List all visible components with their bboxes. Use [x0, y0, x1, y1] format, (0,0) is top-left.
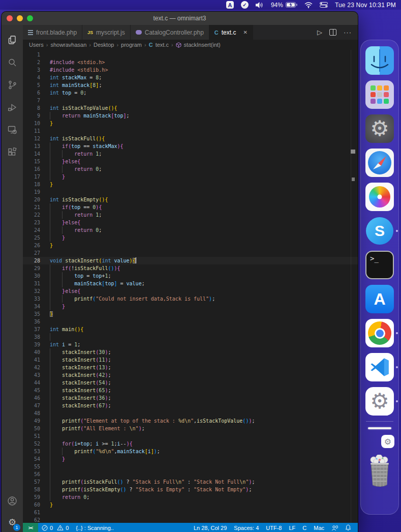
- code-line[interactable]: 33 printf("Could not insert data,Stack i…: [23, 295, 358, 303]
- code-line[interactable]: 10}: [23, 120, 358, 127]
- cursor-position[interactable]: Ln 28, Col 29: [190, 525, 230, 531]
- code-line[interactable]: 43 stackInsert(42);: [23, 371, 358, 379]
- code-line[interactable]: 45 stackInsert(65);: [23, 387, 358, 394]
- zoom-window-button[interactable]: [27, 15, 33, 21]
- remote-indicator[interactable]: ><: [23, 523, 38, 532]
- code-line[interactable]: 57 printf(isStackFull() ? "Stack is Full…: [23, 478, 358, 486]
- control-center-icon[interactable]: [320, 2, 328, 8]
- dock-icon-gear-utility[interactable]: ⚙: [365, 387, 394, 416]
- code-line[interactable]: 48: [23, 409, 358, 417]
- cpp-scanning-status[interactable]: {..} : Scanning..: [72, 525, 117, 531]
- dock-icon-app-store[interactable]: A: [365, 285, 394, 313]
- code-line[interactable]: 30 top = top+1;: [23, 272, 358, 280]
- code-line[interactable]: 50 printf("All Element : \n");: [23, 425, 358, 432]
- code-line[interactable]: 55: [23, 463, 358, 470]
- code-line[interactable]: 49 printf("Element at top of the stack :…: [23, 417, 358, 425]
- volume-icon[interactable]: [256, 2, 264, 8]
- code-line[interactable]: 52 for(i=top; i >= 1;i--){: [23, 440, 358, 448]
- code-line[interactable]: 59 return 0;: [23, 493, 358, 501]
- search-icon[interactable]: [2, 51, 23, 74]
- code-line[interactable]: 47 stackInsert(67);: [23, 402, 358, 409]
- code-line[interactable]: 23 }else{: [23, 219, 358, 226]
- extensions-icon[interactable]: [2, 141, 23, 163]
- code-line[interactable]: 58 printf(isStackEmpty() ? "Stack is Emp…: [23, 486, 358, 493]
- code-line[interactable]: 41 stackInsert(11);: [23, 356, 358, 364]
- code-line[interactable]: 60}: [23, 501, 358, 509]
- code-line[interactable]: 4int stackMax = 8;: [23, 74, 358, 81]
- problems-indicator[interactable]: 0 0: [38, 525, 72, 531]
- settings-gear-icon[interactable]: ⚙ 1: [2, 512, 23, 532]
- code-line[interactable]: 3#include <stdlib.h>: [23, 66, 358, 74]
- code-line[interactable]: 27: [23, 249, 358, 257]
- dock-icon-finder[interactable]: [365, 46, 394, 75]
- code-line[interactable]: 17 }: [23, 173, 358, 181]
- code-line[interactable]: 39int i = 1;: [23, 341, 358, 348]
- more-actions-icon[interactable]: ···: [344, 28, 352, 36]
- window-title-bar[interactable]: text.c — omnimart3: [2, 12, 358, 25]
- scrollbar[interactable]: [351, 50, 351, 523]
- code-line[interactable]: 14 return 1;: [23, 150, 358, 158]
- dock-icon-photos[interactable]: [365, 183, 394, 211]
- dock-minimized-gear-icon[interactable]: ⚙: [381, 435, 394, 448]
- breadcrumb-item[interactable]: program: [121, 42, 142, 48]
- code-line[interactable]: 22 return 1;: [23, 211, 358, 219]
- dock-icon-chrome[interactable]: [365, 319, 394, 347]
- code-line[interactable]: 16 return 0;: [23, 165, 358, 173]
- code-line[interactable]: 6int top = 0;: [23, 89, 358, 97]
- trash-icon[interactable]: [365, 455, 394, 487]
- code-line[interactable]: 25 }: [23, 234, 358, 242]
- input-source-a-icon[interactable]: A: [226, 1, 234, 9]
- code-line[interactable]: 35}: [23, 310, 358, 318]
- code-line[interactable]: 42 stackInsert(13);: [23, 364, 358, 371]
- dock-icon-vscode[interactable]: [365, 353, 394, 381]
- code-line[interactable]: 2#include <stdio.h>: [23, 58, 358, 66]
- code-line[interactable]: 20int isStackEmpty(){: [23, 196, 358, 203]
- tab-catalogcontroller-php[interactable]: CatalogController.php: [131, 25, 209, 40]
- code-line[interactable]: 51: [23, 432, 358, 440]
- tab-text-c[interactable]: C text.c ✕: [209, 25, 253, 40]
- dock-icon-skype[interactable]: S: [365, 217, 394, 245]
- code-line[interactable]: 29 if(!isStackFull()){: [23, 264, 358, 272]
- account-icon[interactable]: [2, 490, 23, 512]
- code-line[interactable]: 26}: [23, 242, 358, 249]
- code-editor[interactable]: 12#include <stdio.h>3#include <stdlib.h>…: [23, 50, 358, 523]
- dock-icon-system-preferences[interactable]: ⚙: [365, 114, 394, 143]
- code-line[interactable]: 56: [23, 470, 358, 478]
- code-line[interactable]: 9 return mainStack[top];: [23, 112, 358, 120]
- code-line[interactable]: 13 if(top == stackMax){: [23, 142, 358, 150]
- indentation-setting[interactable]: Spaces: 4: [230, 525, 262, 531]
- code-line[interactable]: 44 stackInsert(54);: [23, 379, 358, 387]
- dock-icon-launchpad[interactable]: [365, 80, 394, 109]
- code-line[interactable]: 54 }: [23, 455, 358, 463]
- explorer-icon[interactable]: [2, 29, 23, 51]
- code-line[interactable]: 28void stackInsert(int value){: [23, 257, 358, 264]
- breadcrumb-item[interactable]: showravhasan: [50, 42, 86, 48]
- code-line[interactable]: 18}: [23, 181, 358, 188]
- code-line[interactable]: 53 printf("%d\n",mainStack[i]);: [23, 448, 358, 455]
- wifi-icon[interactable]: [304, 2, 313, 8]
- feedback-icon[interactable]: [328, 525, 342, 531]
- code-line[interactable]: 36: [23, 318, 358, 326]
- code-line[interactable]: 40 stackInsert(30);: [23, 348, 358, 356]
- code-line[interactable]: 5int mainStack[8];: [23, 81, 358, 89]
- check-circle-icon[interactable]: ✓: [241, 1, 249, 9]
- code-line[interactable]: 24 return 0;: [23, 226, 358, 234]
- breadcrumb-item[interactable]: Users: [29, 42, 44, 48]
- code-line[interactable]: 62: [23, 516, 358, 523]
- remote-explorer-icon[interactable]: [2, 119, 23, 141]
- menu-bar-clock[interactable]: Tue 23 Nov 10:31 PM: [335, 2, 396, 9]
- code-line[interactable]: 19: [23, 188, 358, 196]
- code-line[interactable]: 7: [23, 97, 358, 104]
- code-line[interactable]: 32 }else{: [23, 287, 358, 295]
- code-line[interactable]: 15 }else{: [23, 158, 358, 165]
- split-editor-icon[interactable]: [329, 29, 336, 36]
- tab-front-blade-php[interactable]: front.blade.php: [23, 25, 82, 40]
- tab-myscript-js[interactable]: JS myscript.js: [82, 25, 131, 40]
- code-line[interactable]: 1: [23, 51, 358, 58]
- language-mode[interactable]: C: [299, 525, 310, 531]
- run-code-icon[interactable]: ▷: [317, 28, 322, 36]
- code-line[interactable]: 61: [23, 509, 358, 516]
- breadcrumb-item[interactable]: stackInsert(int): [184, 42, 221, 48]
- code-line[interactable]: 11: [23, 127, 358, 135]
- dock-icon-terminal[interactable]: >_: [365, 251, 394, 279]
